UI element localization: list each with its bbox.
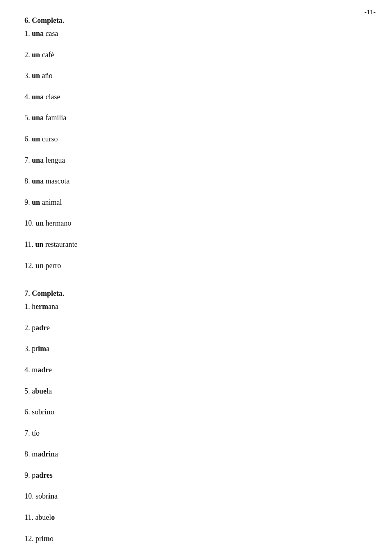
list-item: 3. prima bbox=[24, 342, 368, 355]
section-7-list: 1. hermana 2. padre 3. prima 4. madre 5.… bbox=[24, 300, 368, 553]
list-item: 4. madre bbox=[24, 364, 368, 376]
list-item: 2. un café bbox=[24, 49, 368, 61]
section-7-label: Completa. bbox=[32, 289, 65, 298]
section-6-number: 6. bbox=[24, 16, 32, 25]
list-item: 6. sobrino bbox=[24, 406, 368, 418]
section-6-title: 6. Completa. bbox=[24, 16, 368, 25]
section-7-title: 7. Completa. bbox=[24, 289, 368, 298]
list-item: 1. una casa bbox=[24, 27, 368, 40]
list-item: 11. abuelo bbox=[24, 511, 368, 524]
page-number: -11- bbox=[364, 8, 376, 16]
list-item: 6. un curso bbox=[24, 133, 368, 145]
list-item: 9. un animal bbox=[24, 196, 368, 209]
list-item: 10. sobrina bbox=[24, 490, 368, 503]
list-item: 5. una familia bbox=[24, 112, 368, 124]
list-item: 7. una lengua bbox=[24, 154, 368, 167]
list-item: 8. una mascota bbox=[24, 175, 368, 188]
list-item: 12. primo bbox=[24, 532, 368, 545]
section-7-number: 7. bbox=[24, 289, 32, 298]
list-item: 12. un perro bbox=[24, 259, 368, 272]
list-item: 11. un restaurante bbox=[24, 238, 368, 251]
list-item: 8. madrina bbox=[24, 448, 368, 461]
list-item: 7. tío bbox=[24, 427, 368, 440]
section-6-list: 1. una casa 2. un café 3. un año 4. una … bbox=[24, 27, 368, 280]
list-item: 5. abuela bbox=[24, 385, 368, 398]
section-6-label: Completa. bbox=[32, 16, 65, 25]
list-item: 9. padres bbox=[24, 469, 368, 482]
section-7-note: Pystysuoraan muodostuu sana hermano meno… bbox=[24, 555, 368, 557]
section-6: 6. Completa. 1. una casa 2. un café 3. u… bbox=[24, 16, 368, 280]
list-item: 4. una clase bbox=[24, 91, 368, 103]
section-7: 7. Completa. 1. hermana 2. padre 3. prim… bbox=[24, 289, 368, 557]
list-item: 3. un año bbox=[24, 69, 368, 82]
list-item: 1. hermana bbox=[24, 300, 368, 313]
list-item: 2. padre bbox=[24, 322, 368, 334]
list-item: 10. un hermano bbox=[24, 217, 368, 230]
